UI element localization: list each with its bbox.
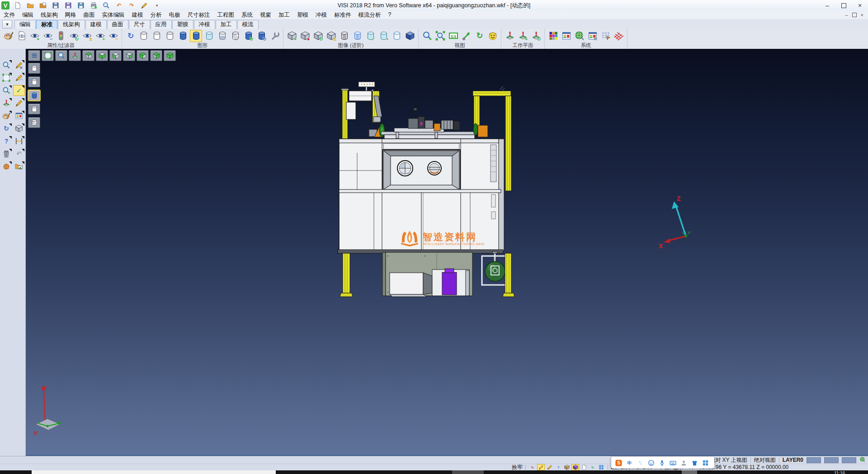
lock-toggle[interactable]: 拴牢 [512, 464, 523, 471]
dashed-cylinder-icon[interactable] [164, 30, 176, 42]
taskbar-item[interactable] [682, 470, 697, 474]
close-button[interactable]: × [852, 0, 868, 10]
tab-曲面[interactable]: 曲面 [107, 20, 128, 29]
wire-blue-cylinder-icon[interactable] [391, 30, 403, 42]
menu-item[interactable]: ? [385, 11, 395, 19]
menu-item[interactable]: 工程图 [214, 11, 238, 19]
mdi-restore-button[interactable] [852, 13, 857, 17]
qat-more-icon[interactable]: ▾ [151, 0, 163, 12]
viewport-window-icon[interactable] [42, 50, 54, 61]
minimize-button[interactable]: – [819, 0, 835, 10]
menu-item[interactable]: 标准件 [330, 11, 355, 19]
tab-尺寸[interactable]: 尺寸 [129, 20, 150, 29]
delete-icon[interactable] [0, 148, 12, 159]
hidden-line-cylinder-icon[interactable] [151, 30, 163, 42]
shaded-view-cube-icon[interactable] [404, 30, 416, 42]
status-layout-icon[interactable] [597, 464, 605, 470]
shade-cube-icon[interactable] [13, 123, 25, 134]
zoom-window-icon[interactable] [434, 30, 446, 42]
ime-toolbox-icon[interactable] [701, 458, 710, 468]
visi-logo-icon[interactable]: V [1, 1, 9, 9]
view-preview-icon[interactable] [486, 30, 499, 42]
mdi-close-button[interactable]: × [861, 12, 863, 18]
view-mode[interactable]: 绝对 XY 上视图 [710, 456, 747, 464]
status-ink-icon[interactable] [546, 464, 553, 470]
advanced-traffic-icon[interactable]: ● [299, 30, 311, 42]
save-icon[interactable] [49, 0, 61, 12]
ime-toolbar[interactable]: S中°, [611, 457, 714, 469]
shaded-cylinder-icon[interactable] [177, 30, 189, 42]
menu-item[interactable]: 编辑 [19, 11, 37, 19]
display-shaded-edges-icon[interactable] [28, 104, 40, 114]
viewport-axis-icon[interactable] [69, 50, 81, 61]
tab-建模[interactable]: 建模 [85, 20, 107, 29]
save-as-icon[interactable] [62, 0, 74, 12]
import-image-icon[interactable] [13, 161, 25, 172]
wireframe-cylinder-icon[interactable] [137, 30, 150, 42]
visibility-plusminus-icon[interactable]: ± [81, 30, 93, 42]
redo-icon[interactable]: ↷ [125, 0, 137, 12]
redraw-icon[interactable]: ↻ [124, 30, 137, 42]
erase-edit-icon[interactable]: ✕ [13, 60, 25, 71]
striped-cylinder-icon[interactable] [351, 30, 363, 42]
ime-person-icon[interactable] [679, 458, 689, 468]
visibility-traffic-icon[interactable] [55, 30, 67, 42]
status-sheet-icon[interactable] [580, 464, 588, 470]
curve-edit-icon[interactable] [13, 98, 25, 109]
measure-icon[interactable] [13, 136, 25, 147]
regen-all-icon[interactable]: ↻ [255, 30, 268, 42]
hatched-cylinder-icon[interactable] [229, 30, 241, 42]
striped-cylinder-dark-icon[interactable] [338, 30, 350, 42]
reference-grid-icon[interactable] [613, 30, 625, 42]
undo-icon[interactable]: ↶ [113, 0, 125, 12]
status-package-icon[interactable] [563, 464, 571, 470]
tab-应用[interactable]: 应用 [151, 20, 172, 29]
sogou-logo-icon[interactable]: S [614, 458, 623, 468]
viewport-menu-icon[interactable] [28, 50, 40, 61]
zoom-solid-icon[interactable]: + [0, 85, 12, 96]
menu-item[interactable]: 建模 [128, 11, 147, 19]
tab-冲模[interactable]: 冲模 [194, 20, 215, 29]
tab-加工[interactable]: 加工 [216, 20, 237, 29]
maximize-button[interactable] [835, 0, 852, 10]
status-globe-icon[interactable] [859, 456, 866, 464]
view-absolute[interactable]: 绝对视图 [754, 456, 776, 464]
taskbar[interactable]: 11:16 [0, 470, 868, 474]
regen-icon[interactable]: ↻ [0, 123, 12, 134]
new-document-icon[interactable] [11, 0, 24, 12]
graphics-settings-icon[interactable] [269, 30, 281, 42]
snap-grid-icon[interactable] [599, 30, 612, 42]
menu-item[interactable]: 模流分析 [355, 11, 385, 19]
visibility-add-icon[interactable]: + [28, 30, 41, 42]
view-back-icon[interactable] [123, 50, 135, 61]
ime-chinese-icon[interactable]: 中 [625, 458, 634, 468]
open-file-icon[interactable] [24, 0, 36, 12]
ime-punct-icon[interactable]: °, [636, 458, 645, 468]
menu-item[interactable]: 系统 [238, 11, 256, 19]
tab-线架构[interactable]: 线架构 [58, 20, 85, 29]
zoom-dynamic-icon[interactable]: + [421, 30, 433, 42]
view-front-icon[interactable] [109, 50, 122, 61]
visibility-remove-icon[interactable]: − [42, 30, 54, 42]
navigator-helm-icon[interactable] [0, 161, 12, 172]
half-shaded-cylinder-icon[interactable] [216, 30, 228, 42]
ime-skin-icon[interactable] [690, 458, 699, 468]
visibility-refresh-icon[interactable]: ↻ [68, 30, 80, 42]
filter-add-icon[interactable]: + [94, 30, 106, 42]
save-all-icon[interactable] [75, 0, 87, 12]
check-cylinder-icon[interactable]: ✓ [364, 30, 377, 42]
attribute-books-icon[interactable] [0, 110, 12, 121]
undo-step-icon[interactable]: ↶ [13, 148, 25, 159]
zoom-actual-icon[interactable]: 1:1 [447, 30, 459, 42]
help-icon[interactable]: ? [0, 136, 12, 147]
display-shaded-icon[interactable] [28, 90, 40, 101]
display-translucent-icon[interactable] [28, 117, 40, 128]
ime-mic-icon[interactable] [657, 458, 667, 468]
shaded-edges-cylinder-icon[interactable] [190, 30, 202, 42]
attribute-palette-icon[interactable] [2, 30, 14, 42]
tab-塑膜[interactable]: 塑膜 [172, 20, 193, 29]
menu-item[interactable]: 电极 [165, 11, 184, 19]
advanced-refresh-icon[interactable]: ↻ [312, 30, 324, 42]
window-select-icon[interactable] [0, 72, 12, 83]
menu-item[interactable]: 文件 [0, 11, 19, 19]
